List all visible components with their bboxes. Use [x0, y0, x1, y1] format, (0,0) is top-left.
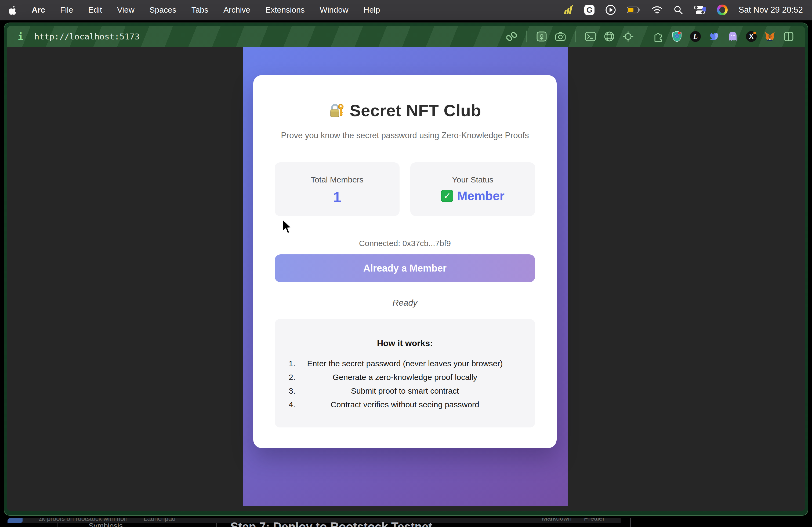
menu-bar: Arc File Edit View Spaces Tabs Archive E… — [0, 0, 812, 20]
capture-image-icon[interactable] — [536, 31, 547, 42]
menu-item-tabs[interactable]: Tabs — [191, 5, 208, 15]
play-circle-icon[interactable] — [605, 4, 616, 16]
x-wallet-icon[interactable]: X — [746, 31, 757, 42]
mouse-cursor — [282, 219, 292, 234]
page-subtitle: Prove you know the secret password using… — [253, 131, 557, 140]
split-view-icon[interactable] — [783, 31, 794, 42]
copy-link-icon[interactable] — [506, 31, 517, 42]
menu-item-help[interactable]: Help — [364, 5, 380, 15]
apple-menu-icon[interactable] — [9, 5, 18, 15]
menu-item-edit[interactable]: Edit — [88, 5, 102, 15]
menu-app-name[interactable]: Arc — [32, 5, 45, 15]
menu-bar-clock[interactable]: Sat Nov 29 20:52 — [738, 5, 803, 15]
divider — [216, 523, 217, 527]
launchpad-label[interactable]: Launchpad — [144, 518, 176, 523]
divider — [575, 31, 576, 42]
spotlight-search-icon[interactable] — [673, 4, 683, 16]
grammarly-icon[interactable]: G — [584, 5, 595, 15]
browser-viewport: Secret NFT Club Prove you know the secre… — [7, 47, 805, 511]
remote-indicator-badge[interactable] — [8, 518, 23, 523]
total-members-box: Total Members 1 — [275, 162, 400, 216]
screenshot-camera-icon[interactable] — [555, 31, 566, 42]
how-step-2: Generate a zero-knowledge proof locally — [275, 373, 535, 387]
terminal-icon[interactable] — [585, 31, 596, 42]
your-status-label: Your Status — [410, 175, 535, 184]
how-step-3: Submit proof to smart contract — [275, 387, 535, 400]
total-members-label: Total Members — [275, 175, 400, 184]
ghostery-icon[interactable] — [727, 31, 738, 42]
metamask-fox-icon[interactable] — [764, 31, 775, 42]
menu-items: Arc File Edit View Spaces Tabs Archive E… — [32, 5, 380, 15]
status-text: Ready — [253, 298, 557, 308]
member-text: Member — [457, 189, 504, 203]
locked-with-key-icon — [329, 103, 344, 118]
page-title: Secret NFT Club — [253, 101, 557, 120]
divider — [630, 518, 631, 527]
background-document-heading: Step 7: Deploy to Rootstock Testnet — [230, 520, 432, 527]
menu-item-spaces[interactable]: Spaces — [149, 5, 176, 15]
page-background-gradient: Secret NFT Club Prove you know the secre… — [243, 47, 568, 506]
how-step-4: Contract verifies without seeing passwor… — [275, 400, 535, 414]
menu-item-file[interactable]: File — [60, 5, 73, 15]
url-text[interactable]: http://localhost:5173 — [34, 32, 140, 41]
menu-bar-status-items: G Sat Nov 29 20:52 — [563, 4, 803, 16]
your-status-box: Your Status ✓ Member — [410, 162, 535, 216]
menu-item-view[interactable]: View — [117, 5, 134, 15]
info-icon[interactable]: i — [18, 31, 24, 42]
menu-item-extensions[interactable]: Extensions — [265, 5, 305, 15]
divider — [526, 31, 527, 42]
secret-nft-club-card: Secret NFT Club Prove you know the secre… — [253, 75, 557, 448]
blue-bird-extension-icon[interactable] — [708, 31, 720, 42]
wifi-icon[interactable] — [651, 4, 663, 16]
divider — [643, 31, 643, 42]
extensions-puzzle-icon[interactable] — [653, 31, 664, 42]
arc-browser-window: i http://localhost:5173 — [4, 22, 808, 516]
your-status-value: ✓ Member — [410, 189, 535, 203]
total-members-value: 1 — [275, 189, 400, 205]
picker-crosshair-icon[interactable] — [622, 31, 634, 42]
divider — [57, 523, 57, 527]
background-tab-symbiosis[interactable]: Symbiosis — [89, 522, 123, 527]
page-title-text: Secret NFT Club — [350, 101, 481, 120]
how-it-works-box: How it works: Enter the secret password … — [275, 319, 535, 427]
control-center-icon[interactable] — [694, 4, 706, 16]
battery-icon[interactable] — [627, 4, 641, 16]
how-step-1: Enter the secret password (never leaves … — [275, 359, 535, 373]
stats-row: Total Members 1 Your Status ✓ Member — [275, 162, 535, 216]
stocks-chart-icon[interactable] — [563, 4, 574, 16]
url-bar[interactable]: i http://localhost:5173 — [7, 26, 805, 47]
connected-address: Connected: 0x37cb...7bf9 — [253, 239, 557, 248]
menu-item-window[interactable]: Window — [320, 5, 349, 15]
already-a-member-button[interactable]: Already a Member — [275, 254, 535, 282]
menu-item-archive[interactable]: Archive — [223, 5, 250, 15]
globe-icon[interactable] — [604, 31, 615, 42]
markdown-mode-label[interactable]: Markdown — [542, 518, 572, 522]
how-it-works-heading: How it works: — [275, 338, 535, 348]
white-check-mark-icon: ✓ — [441, 190, 453, 202]
adblock-shield-icon[interactable] — [671, 31, 683, 42]
how-it-works-list: Enter the secret password (never leaves … — [275, 359, 535, 414]
prettier-label[interactable]: Prettier — [584, 518, 605, 522]
url-bar-actions: L X — [506, 31, 794, 42]
language-tool-icon[interactable]: L — [690, 31, 701, 42]
rainbow-ring-app-icon[interactable] — [717, 4, 728, 15]
